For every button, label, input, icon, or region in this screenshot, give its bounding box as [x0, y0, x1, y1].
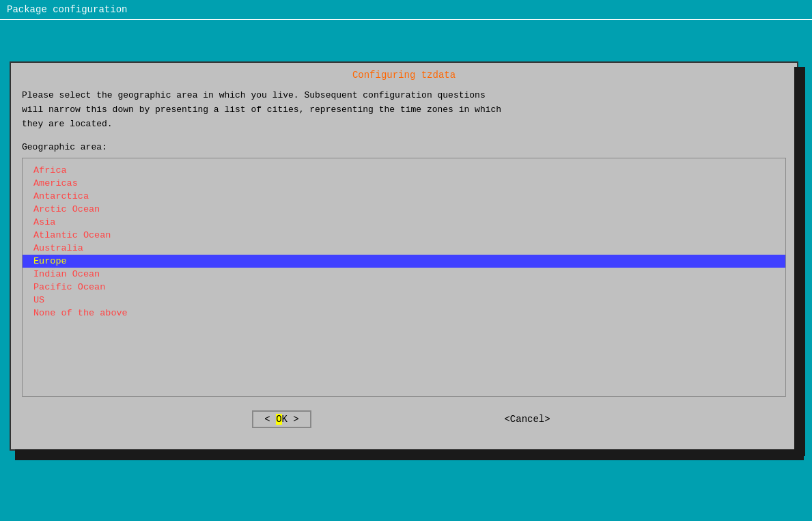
shadow-bottom — [15, 449, 804, 460]
button-row: < OK > <Cancel> — [22, 410, 786, 428]
desc-line2: will narrow this down by presenting a li… — [22, 104, 501, 115]
geographic-area-list[interactable]: AfricaAmericasAntarcticaArctic OceanAsia… — [22, 158, 786, 397]
area-label: Geographic area: — [22, 142, 786, 152]
shadow-right — [794, 67, 805, 456]
list-item[interactable]: Antarctica — [23, 190, 785, 203]
list-item[interactable]: None of the above — [23, 307, 785, 320]
desc-line3: they are located. — [22, 119, 113, 129]
list-item[interactable]: Pacific Ocean — [23, 281, 785, 294]
dialog-container: Configuring tzdata Please select the geo… — [10, 61, 798, 451]
title-bar-label: Package configuration — [7, 4, 127, 15]
list-item[interactable]: Asia — [23, 216, 785, 229]
list-item[interactable]: Arctic Ocean — [23, 203, 785, 216]
dialog-title: Configuring tzdata — [22, 70, 786, 81]
list-item[interactable]: Europe — [23, 255, 785, 268]
dialog-inner: Configuring tzdata Please select the geo… — [11, 63, 797, 449]
list-item[interactable]: Indian Ocean — [23, 268, 785, 281]
title-bar: Package configuration — [0, 0, 812, 20]
cancel-button[interactable]: <Cancel> — [499, 412, 555, 427]
ok-button[interactable]: < OK > — [252, 410, 311, 428]
list-item[interactable]: US — [23, 294, 785, 307]
dialog-description: Please select the geographic area in whi… — [22, 89, 786, 131]
desc-line1: Please select the geographic area in whi… — [22, 90, 486, 100]
list-item[interactable]: Americas — [23, 177, 785, 190]
list-item[interactable]: Atlantic Ocean — [23, 229, 785, 242]
list-item[interactable]: Australia — [23, 242, 785, 255]
list-item[interactable]: Africa — [23, 164, 785, 177]
